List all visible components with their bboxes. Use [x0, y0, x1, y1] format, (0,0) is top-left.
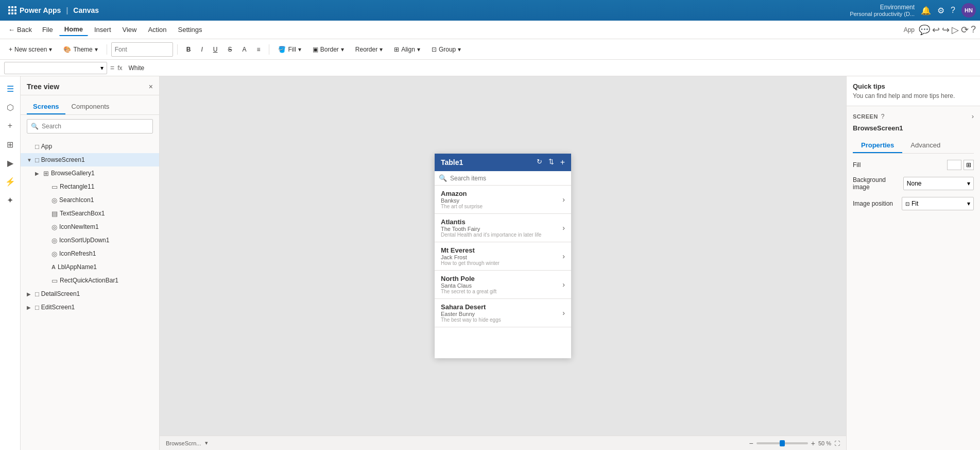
help-icon[interactable]: ?	[951, 6, 955, 15]
strikethrough-button[interactable]: S	[223, 43, 236, 56]
tree-item-icon-new[interactable]: ◎ IconNewItem1	[21, 220, 159, 234]
item-chevron-sahara: ›	[562, 309, 565, 317]
formula-dropdown[interactable]: ▾	[4, 62, 107, 74]
menu-help-icon[interactable]: ?	[971, 24, 976, 36]
table-title: Table1	[441, 158, 463, 166]
tree-close-button[interactable]: ×	[149, 82, 153, 91]
connectors-icon[interactable]: ⚡	[2, 173, 19, 190]
app-logo[interactable]: Power Apps | Canvas	[8, 6, 99, 14]
avatar[interactable]: HN	[961, 3, 976, 18]
item-title-amazon: Amazon	[441, 190, 562, 197]
img-position-label: Image position	[853, 200, 893, 207]
tree-item-icon-refresh[interactable]: ◎ IconRefresh1	[21, 247, 159, 260]
media-icon[interactable]: ▶	[2, 155, 19, 171]
tree-item-app[interactable]: □ App	[21, 140, 159, 153]
menu-home[interactable]: Home	[59, 23, 88, 36]
underline-button[interactable]: U	[209, 43, 222, 56]
tab-properties[interactable]: Properties	[853, 138, 902, 153]
phone-search-bar: 🔍	[435, 171, 571, 186]
gallery-item-content-mteverest: Mt Everest Jack Frost How to get through…	[441, 246, 562, 266]
tree-item-edit-screen[interactable]: ▶ □ EditScreen1	[21, 301, 159, 314]
ai-icon[interactable]: ✦	[2, 192, 19, 208]
tab-components[interactable]: Components	[65, 99, 116, 114]
formula-bar: ▾ = fx	[0, 60, 980, 76]
tree-item-browse-gallery[interactable]: ▶ ⊞ BrowseGallery1	[21, 166, 159, 180]
data-icon[interactable]: ⊞	[2, 136, 19, 153]
menu-file[interactable]: File	[37, 24, 58, 36]
notification-icon[interactable]: 🔔	[921, 6, 931, 15]
group-button[interactable]: ⊡ Group ▾	[427, 43, 466, 56]
fill-button[interactable]: 🪣 Fill ▾	[273, 43, 305, 56]
menu-action[interactable]: Action	[143, 24, 171, 36]
tree-search-input[interactable]	[27, 119, 153, 134]
reorder-button[interactable]: Reorder ▾	[351, 43, 387, 56]
bg-image-row: Background image None ▾	[853, 176, 974, 191]
quick-tips: Quick tips You can find help and more ti…	[847, 76, 980, 106]
fontsize-button[interactable]: A	[237, 43, 251, 56]
tab-screens[interactable]: Screens	[27, 99, 65, 114]
tree-tabs: Screens Components	[21, 95, 159, 115]
align-button[interactable]: ≡	[252, 43, 265, 56]
border-label: Border	[320, 46, 339, 53]
img-position-select[interactable]: ⊡ Fit ▾	[902, 197, 974, 210]
gallery-item-atlantis[interactable]: Atlantis The Tooth Fairy Dental Health a…	[435, 214, 571, 242]
font-family-input[interactable]	[111, 42, 173, 57]
app-name: Power Apps	[20, 6, 61, 14]
gallery-item-northpole[interactable]: North Pole Santa Claus The secret to a g…	[435, 271, 571, 299]
theme-button[interactable]: 🎨 Theme ▾	[59, 43, 102, 56]
undo-icon[interactable]: ↩	[932, 24, 940, 36]
tree-item-icon-sort[interactable]: ◎ IconSortUpDown1	[21, 234, 159, 247]
tree-item-lbl-app[interactable]: A LblAppName1	[21, 260, 159, 274]
redo-icon[interactable]: ↪	[942, 24, 950, 36]
panel-expand-icon[interactable]: ›	[972, 112, 974, 120]
menu-insert[interactable]: Insert	[89, 24, 116, 36]
tree-item-browse-screen[interactable]: ▼ □ BrowseScreen1 ···	[21, 153, 159, 166]
settings-icon[interactable]: ⚙	[937, 6, 944, 15]
gallery-item-sahara[interactable]: Sahara Desert Easter Bunny The best way …	[435, 299, 571, 327]
gallery-item-mteverest[interactable]: Mt Everest Jack Frost How to get through…	[435, 242, 571, 271]
gallery-label: BrowseGallery1	[51, 170, 155, 177]
iconsort-icon: ◎	[51, 237, 57, 244]
tree-item-detail-screen[interactable]: ▶ □ DetailScreen1	[21, 287, 159, 301]
tree-item-textsearch[interactable]: ▤ TextSearchBox1	[21, 207, 159, 220]
play-icon[interactable]: ▷	[952, 24, 959, 36]
environment-info[interactable]: Environment Personal productivity (D...	[850, 4, 915, 17]
fullscreen-icon[interactable]: ⛶	[834, 440, 840, 446]
treeview-icon[interactable]: ☰	[2, 80, 19, 97]
fill-expand-button[interactable]: ⊞	[964, 160, 974, 170]
gallery-icon: ⊞	[43, 170, 49, 177]
fill-color-box[interactable]	[947, 160, 961, 170]
menu-view[interactable]: View	[117, 24, 142, 36]
tab-advanced[interactable]: Advanced	[902, 138, 949, 153]
insert-icon[interactable]: +	[2, 118, 19, 134]
zoom-in-button[interactable]: +	[811, 439, 815, 447]
formula-value-input[interactable]	[126, 62, 976, 74]
border-button[interactable]: ▣ Border ▾	[308, 43, 349, 56]
screen-help-icon[interactable]: ?	[881, 113, 885, 120]
searchicon-icon: ◎	[51, 196, 57, 204]
search-items-input[interactable]	[450, 175, 567, 182]
components-icon[interactable]: ⬡	[2, 99, 19, 115]
refresh-btn[interactable]: ↻	[537, 158, 542, 167]
italic-button[interactable]: I	[196, 43, 207, 56]
item-sub-sahara: Easter Bunny	[441, 311, 562, 317]
bg-image-select[interactable]: None ▾	[903, 177, 974, 190]
share-icon[interactable]: ⟳	[961, 24, 969, 36]
tree-item-rectangle1[interactable]: ▭ Rectangle11	[21, 180, 159, 193]
align-btn[interactable]: ⊞ Align ▾	[389, 43, 425, 56]
bold-button[interactable]: B	[182, 43, 196, 56]
new-screen-button[interactable]: + New screen ▾	[4, 43, 57, 56]
zoom-slider[interactable]	[757, 442, 808, 444]
add-btn[interactable]: +	[560, 158, 565, 167]
tree-item-rect-action[interactable]: ▭ RectQuickActionBar1	[21, 274, 159, 287]
iconrefresh-label: IconRefresh1	[59, 250, 155, 257]
menu-settings[interactable]: Settings	[173, 24, 208, 36]
sort-btn[interactable]: ⇅	[548, 158, 554, 167]
zoom-out-button[interactable]: −	[749, 439, 753, 447]
iconnew-label: IconNewItem1	[59, 223, 155, 230]
tree-item-search-icon[interactable]: ◎ SearchIcon1	[21, 193, 159, 207]
comment-icon[interactable]: 💬	[919, 24, 930, 36]
gallery-item-amazon[interactable]: Amazon Banksy The art of surprise ›	[435, 186, 571, 214]
phone-canvas: Table1 ↻ ⇅ + 🔍 Amazon Banksy The art of …	[435, 154, 571, 358]
back-button[interactable]: ← Back	[4, 24, 36, 36]
